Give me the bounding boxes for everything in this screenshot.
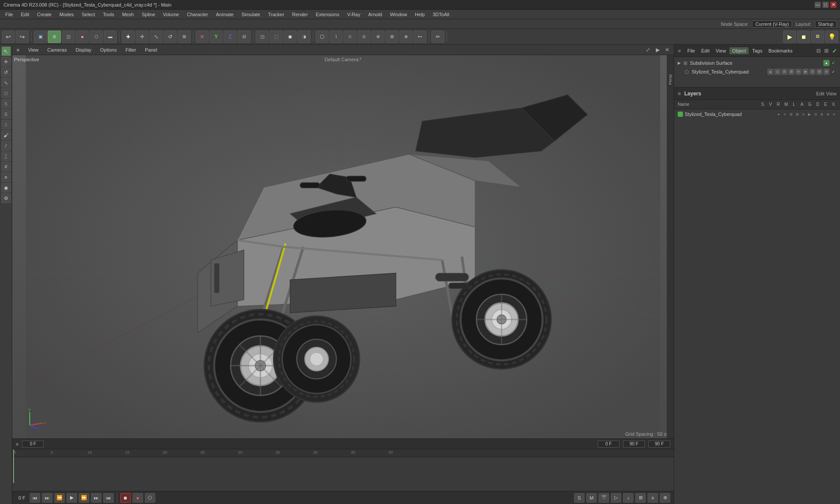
y-axis-button[interactable]: Y	[210, 31, 223, 43]
field-button[interactable]: ⊙	[357, 31, 371, 43]
viewport-icon-render[interactable]: ▶	[654, 46, 662, 54]
close-button[interactable]: ✕	[830, 2, 836, 8]
viewport-icon-close[interactable]: ✕	[663, 46, 671, 54]
tree-action-cyberquad-vis[interactable]: ●	[767, 69, 774, 75]
viewport-canvas[interactable]: Perspective Default Camera:* Grid Spacin…	[12, 55, 674, 438]
left-tool-grid[interactable]: #	[1, 162, 11, 172]
left-tool-pointer[interactable]: ↖	[1, 46, 11, 56]
tab-edit[interactable]: Edit	[699, 47, 712, 54]
move-tool-button[interactable]: ✛	[136, 31, 149, 43]
settings-play-button[interactable]: ≡	[648, 493, 658, 503]
viewport-icon-expand[interactable]: ⤢	[644, 46, 652, 54]
edge-mode-button[interactable]: ⬡	[90, 31, 103, 43]
cube-button[interactable]: ⬡	[315, 31, 329, 43]
mograph-button[interactable]: ⊛	[371, 31, 385, 43]
viewport-menu-hamburger[interactable]: ≡	[15, 46, 21, 53]
prev-keyframe-button[interactable]: ⏭	[42, 493, 52, 503]
menu-character[interactable]: Character	[183, 11, 211, 18]
minimize-button[interactable]: —	[815, 2, 821, 8]
point-mode-button[interactable]: ●	[76, 31, 89, 43]
left-tool-box[interactable]: □	[1, 88, 11, 98]
menu-help[interactable]: Help	[411, 11, 428, 18]
viewport-menu-options[interactable]: Options	[98, 46, 119, 53]
tree-item-cyberquad[interactable]: ⬡ Stylized_Tesla_Cyberquad ● ≡ ⊞ ⊠ ⊕ ▶ ⊟…	[674, 67, 840, 76]
tab-file[interactable]: File	[685, 47, 698, 54]
timeline-track[interactable]	[12, 457, 674, 491]
menu-render[interactable]: Render	[289, 11, 312, 18]
array-button[interactable]: ⊷	[413, 31, 427, 43]
left-tool-layers[interactable]: ≡	[1, 172, 11, 182]
left-tool-move[interactable]: ✛	[1, 57, 11, 66]
tree-action-cyberquad-4[interactable]: ⊠	[788, 69, 794, 75]
tree-action-cyberquad-check[interactable]: ✓	[830, 69, 836, 75]
preview-button[interactable]: ▷	[611, 493, 621, 503]
viewport-menu-panel[interactable]: Panel	[143, 46, 159, 53]
left-tool-settings[interactable]: ⚙	[1, 193, 11, 203]
timeline-ruler[interactable]: 0 5 10 15 20 25 30 35 40 45 50	[12, 449, 674, 457]
tab-tags[interactable]: Tags	[749, 47, 765, 54]
redo-button[interactable]: ↪	[16, 31, 29, 43]
menu-tools[interactable]: Tools	[99, 11, 118, 18]
layer-icon-r[interactable]: ⊞	[788, 112, 794, 117]
tree-action-cyberquad-3[interactable]: ⊞	[781, 69, 788, 75]
menu-arnold[interactable]: Arnold	[364, 11, 385, 18]
axis-lock-button[interactable]: ⊟	[238, 31, 251, 43]
menu-tracker[interactable]: Tracker	[265, 11, 288, 18]
left-tool-s1[interactable]: S	[1, 99, 11, 108]
end-frame-display[interactable]	[623, 441, 645, 448]
layer-row-cyberquad[interactable]: Stylized_Tesla_Cyberquad ● ≡ ⊞ ⊠ ⊙ ▶ ⊟ ⊕…	[674, 109, 840, 119]
left-tool-measure[interactable]: ⌶	[1, 151, 11, 161]
polygon-mode-button[interactable]: ▬	[104, 31, 117, 43]
x-select-button[interactable]: ✕	[196, 31, 209, 43]
menu-animate[interactable]: Animate	[213, 11, 237, 18]
nurbs-button[interactable]: ⌇	[329, 31, 343, 43]
tree-action-cyberquad-5[interactable]: ⊕	[795, 69, 802, 75]
menu-select[interactable]: Select	[78, 11, 99, 18]
plus-button[interactable]: +	[122, 31, 135, 43]
render-button[interactable]: ▶	[783, 31, 796, 43]
undo-button[interactable]: ↩	[2, 31, 15, 43]
play-button[interactable]: ▶	[66, 493, 77, 503]
menu-edit[interactable]: Edit	[18, 11, 33, 18]
menu-extensions[interactable]: Extensions	[312, 11, 343, 18]
layers-menu-icon[interactable]: ≡	[678, 91, 681, 97]
menu-simulate[interactable]: Simulate	[238, 11, 264, 18]
texture-mode-button[interactable]: ◫	[62, 31, 75, 43]
obj-panel-icon-2[interactable]: ⊞	[823, 47, 830, 55]
tab-bookmarks[interactable]: Bookmarks	[766, 47, 795, 54]
step-back-button[interactable]: ⏪	[54, 493, 65, 503]
layer-icon-x[interactable]: ✕	[831, 112, 836, 117]
model-mode-button[interactable]: ▣	[34, 31, 47, 43]
menu-modes[interactable]: Modes	[56, 11, 77, 18]
left-tool-s2[interactable]: S	[1, 109, 11, 119]
left-tool-sphere[interactable]: ◉	[1, 183, 11, 192]
viewport-menu-cameras[interactable]: Cameras	[46, 46, 69, 53]
brush-button[interactable]: ✏	[431, 31, 444, 43]
ipr-button[interactable]: ◼	[797, 31, 810, 43]
grid-play-button[interactable]: ⊞	[635, 493, 646, 503]
camera-tool-button[interactable]: ◳	[256, 31, 269, 43]
extra-play-button[interactable]: ⊕	[660, 493, 670, 503]
record-button[interactable]: ⏺	[120, 493, 131, 503]
next-keyframe-button[interactable]: ⏭	[91, 493, 102, 503]
menu-window[interactable]: Window	[386, 11, 410, 18]
menu-file[interactable]: File	[2, 11, 17, 18]
deformer-button[interactable]: ⊂	[343, 31, 357, 43]
tree-action-cyberquad-9[interactable]: ⊕	[823, 69, 830, 75]
keyframe-button[interactable]: ⬡	[145, 493, 155, 503]
tree-action-vis[interactable]: ●	[823, 60, 830, 66]
viewport-menu-view[interactable]: View	[26, 46, 40, 53]
fps-input[interactable]	[648, 441, 670, 448]
obj-panel-icon-1[interactable]: ⊟	[816, 47, 822, 55]
tab-view[interactable]: View	[713, 47, 729, 54]
tab-object[interactable]: Object	[729, 47, 749, 54]
layout-value[interactable]: Startup	[815, 21, 836, 28]
cloner-button[interactable]: ⊞	[385, 31, 399, 43]
layer-icon-l[interactable]: ⊙	[801, 112, 806, 117]
rotate-tool-button[interactable]: ↺	[164, 31, 177, 43]
menu-3dtoall[interactable]: 3DToAll	[429, 11, 453, 18]
left-tool-scale[interactable]: ⤡	[1, 78, 11, 88]
menu-volume[interactable]: Volume	[160, 11, 183, 18]
view-strip-perspective[interactable]: Persp	[667, 73, 673, 87]
layer-icon-a[interactable]: ▶	[807, 112, 812, 117]
